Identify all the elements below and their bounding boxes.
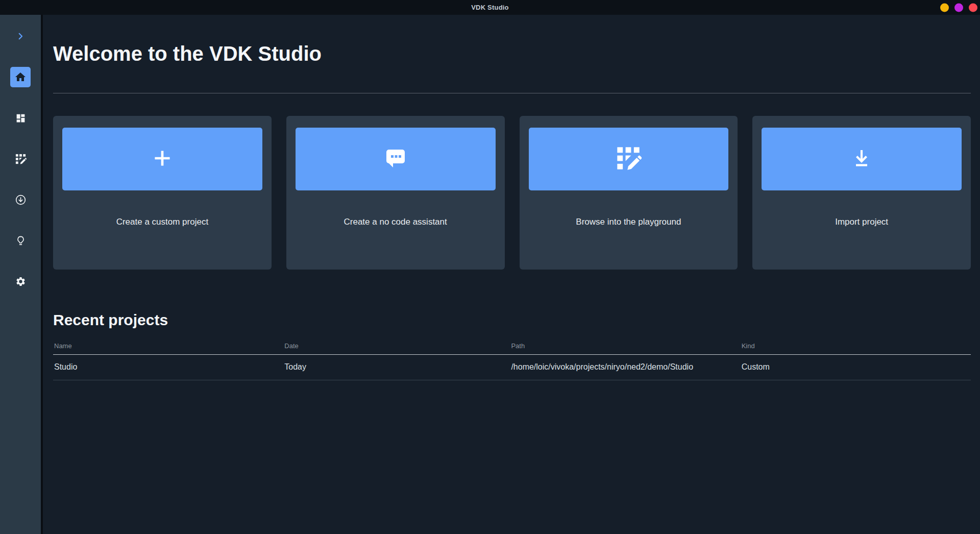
card-create-no-code-assistant[interactable]: Create a no code assistant xyxy=(286,116,505,270)
sidebar xyxy=(0,15,43,534)
sidebar-item-playground[interactable] xyxy=(0,138,41,179)
column-header-path: Path xyxy=(510,329,740,355)
card-import-project[interactable]: Import project xyxy=(752,116,971,270)
grid-edit-icon xyxy=(15,153,27,165)
title-divider xyxy=(53,93,971,93)
chat-icon xyxy=(383,146,408,173)
main-content: Welcome to the VDK Studio Create a custo… xyxy=(43,15,980,534)
recent-projects-table: Name Date Path Kind Studio Today /home/l… xyxy=(53,329,971,380)
card-create-custom-project[interactable]: Create a custom project xyxy=(53,116,272,270)
table-row[interactable]: Studio Today /home/loic/vivoka/projects/… xyxy=(53,355,971,380)
card-label: Import project xyxy=(752,217,971,227)
plus-icon xyxy=(150,145,175,173)
window-dot-yellow[interactable] xyxy=(940,3,949,12)
column-header-kind: Kind xyxy=(741,329,971,355)
cell-project-kind: Custom xyxy=(741,355,971,380)
titlebar: VDK Studio xyxy=(0,0,980,15)
window-dot-purple[interactable] xyxy=(954,3,963,12)
card-label: Create a no code assistant xyxy=(286,217,505,227)
card-label: Create a custom project xyxy=(53,217,272,227)
gear-icon xyxy=(15,276,26,287)
page-title: Welcome to the VDK Studio xyxy=(53,41,971,66)
cell-project-date: Today xyxy=(283,355,510,380)
cell-project-name: Studio xyxy=(53,355,283,380)
column-header-name: Name xyxy=(53,329,283,355)
table-header-row: Name Date Path Kind xyxy=(53,329,971,355)
sidebar-item-help[interactable] xyxy=(0,220,41,261)
card-label: Browse into the playground xyxy=(520,217,738,227)
card-browse-playground[interactable]: Browse into the playground xyxy=(520,116,738,270)
sidebar-item-settings[interactable] xyxy=(0,261,41,302)
lightbulb-icon xyxy=(15,235,27,247)
sidebar-item-import[interactable] xyxy=(0,179,41,220)
column-header-date: Date xyxy=(283,329,510,355)
home-icon xyxy=(10,67,31,87)
cell-project-path: /home/loic/vivoka/projects/niryo/ned2/de… xyxy=(510,355,740,380)
window-title: VDK Studio xyxy=(471,4,509,11)
action-cards: Create a custom project Create a no code… xyxy=(53,116,971,270)
window-dot-red[interactable] xyxy=(969,3,977,12)
sidebar-item-dashboard[interactable] xyxy=(0,98,41,138)
download-icon xyxy=(849,146,874,173)
grid-edit-icon xyxy=(615,145,642,174)
sidebar-item-home[interactable] xyxy=(0,57,41,98)
window-controls xyxy=(940,3,977,12)
download-circle-icon xyxy=(15,194,27,206)
sidebar-expand-button[interactable] xyxy=(0,16,41,57)
dashboard-icon xyxy=(15,113,26,124)
chevron-right-icon xyxy=(16,32,25,41)
recent-projects-title: Recent projects xyxy=(53,311,971,329)
